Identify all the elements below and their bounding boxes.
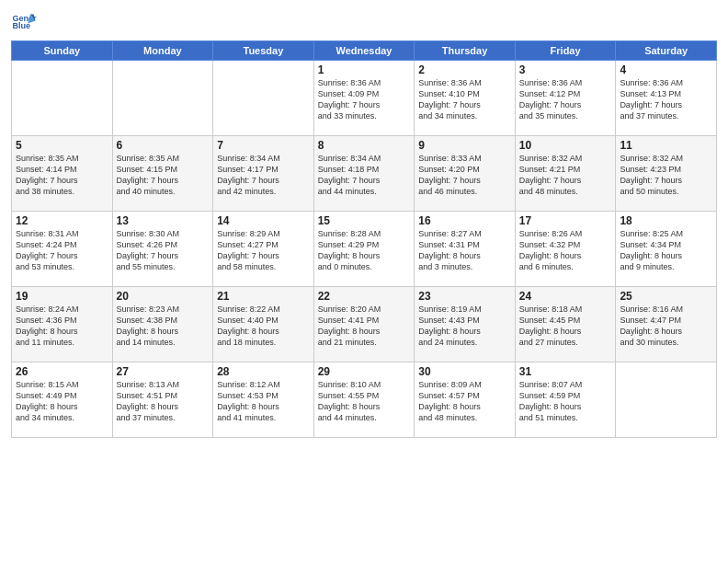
logo: General Blue [11,9,39,35]
day-cell-12: 12Sunrise: 8:31 AM Sunset: 4:24 PM Dayli… [12,212,113,287]
day-info: Sunrise: 8:15 AM Sunset: 4:49 PM Dayligh… [16,379,108,424]
day-cell-13: 13Sunrise: 8:30 AM Sunset: 4:26 PM Dayli… [112,212,213,287]
day-cell-21: 21Sunrise: 8:22 AM Sunset: 4:40 PM Dayli… [213,287,314,362]
day-cell-1: 1Sunrise: 8:36 AM Sunset: 4:09 PM Daylig… [313,61,415,136]
weekday-header-saturday: Saturday [616,41,717,61]
empty-cell [213,61,314,136]
empty-cell [12,61,113,136]
day-info: Sunrise: 8:20 AM Sunset: 4:41 PM Dayligh… [318,304,411,349]
day-info: Sunrise: 8:34 AM Sunset: 4:18 PM Dayligh… [318,153,411,198]
day-cell-16: 16Sunrise: 8:27 AM Sunset: 4:31 PM Dayli… [415,212,516,287]
day-info: Sunrise: 8:26 AM Sunset: 4:32 PM Dayligh… [519,228,612,273]
day-number: 21 [217,290,310,303]
day-number: 27 [117,365,210,378]
day-number: 31 [519,365,612,378]
weekday-header-friday: Friday [515,41,616,61]
empty-cell [616,362,717,438]
day-info: Sunrise: 8:32 AM Sunset: 4:21 PM Dayligh… [519,153,612,198]
day-info: Sunrise: 8:33 AM Sunset: 4:20 PM Dayligh… [418,153,511,198]
weekday-header-monday: Monday [112,41,213,61]
header: General Blue [11,9,717,35]
day-info: Sunrise: 8:13 AM Sunset: 4:51 PM Dayligh… [117,379,210,424]
day-number: 20 [117,290,210,303]
weekday-header-tuesday: Tuesday [213,41,314,61]
day-info: Sunrise: 8:29 AM Sunset: 4:27 PM Dayligh… [217,228,310,273]
day-info: Sunrise: 8:36 AM Sunset: 4:10 PM Dayligh… [418,77,511,122]
day-info: Sunrise: 8:23 AM Sunset: 4:38 PM Dayligh… [117,304,210,349]
day-number: 8 [318,139,411,152]
day-cell-5: 5Sunrise: 8:35 AM Sunset: 4:14 PM Daylig… [12,136,113,212]
day-cell-2: 2Sunrise: 8:36 AM Sunset: 4:10 PM Daylig… [415,61,516,136]
day-number: 29 [318,365,411,378]
day-number: 18 [620,214,712,227]
day-number: 15 [318,214,411,227]
day-info: Sunrise: 8:30 AM Sunset: 4:26 PM Dayligh… [117,228,210,273]
day-number: 2 [418,63,511,76]
day-cell-28: 28Sunrise: 8:12 AM Sunset: 4:53 PM Dayli… [213,362,314,438]
day-cell-15: 15Sunrise: 8:28 AM Sunset: 4:29 PM Dayli… [313,212,415,287]
day-cell-4: 4Sunrise: 8:36 AM Sunset: 4:13 PM Daylig… [616,61,717,136]
week-row-3: 12Sunrise: 8:31 AM Sunset: 4:24 PM Dayli… [12,212,717,287]
day-cell-29: 29Sunrise: 8:10 AM Sunset: 4:55 PM Dayli… [313,362,415,438]
day-number: 6 [117,139,210,152]
day-number: 12 [16,214,108,227]
day-cell-27: 27Sunrise: 8:13 AM Sunset: 4:51 PM Dayli… [112,362,213,438]
day-info: Sunrise: 8:19 AM Sunset: 4:43 PM Dayligh… [418,304,511,349]
day-info: Sunrise: 8:18 AM Sunset: 4:45 PM Dayligh… [519,304,612,349]
day-number: 14 [217,214,310,227]
day-number: 30 [418,365,511,378]
day-cell-31: 31Sunrise: 8:07 AM Sunset: 4:59 PM Dayli… [515,362,616,438]
day-cell-9: 9Sunrise: 8:33 AM Sunset: 4:20 PM Daylig… [415,136,516,212]
day-number: 25 [620,290,712,303]
day-number: 10 [519,139,612,152]
day-number: 7 [217,139,310,152]
day-info: Sunrise: 8:35 AM Sunset: 4:15 PM Dayligh… [117,153,210,198]
day-info: Sunrise: 8:36 AM Sunset: 4:13 PM Dayligh… [620,77,712,122]
day-cell-22: 22Sunrise: 8:20 AM Sunset: 4:41 PM Dayli… [313,287,415,362]
day-cell-11: 11Sunrise: 8:32 AM Sunset: 4:23 PM Dayli… [616,136,717,212]
day-info: Sunrise: 8:36 AM Sunset: 4:09 PM Dayligh… [318,77,411,122]
weekday-header-thursday: Thursday [415,41,516,61]
day-number: 26 [16,365,108,378]
day-number: 5 [16,139,108,152]
day-number: 24 [519,290,612,303]
day-number: 28 [217,365,310,378]
day-info: Sunrise: 8:32 AM Sunset: 4:23 PM Dayligh… [620,153,712,198]
day-info: Sunrise: 8:27 AM Sunset: 4:31 PM Dayligh… [418,228,511,273]
weekday-header-row: SundayMondayTuesdayWednesdayThursdayFrid… [12,41,717,61]
day-number: 13 [117,214,210,227]
day-info: Sunrise: 8:31 AM Sunset: 4:24 PM Dayligh… [16,228,108,273]
day-cell-23: 23Sunrise: 8:19 AM Sunset: 4:43 PM Dayli… [415,287,516,362]
day-info: Sunrise: 8:24 AM Sunset: 4:36 PM Dayligh… [16,304,108,349]
day-cell-6: 6Sunrise: 8:35 AM Sunset: 4:15 PM Daylig… [112,136,213,212]
day-number: 1 [318,63,411,76]
day-info: Sunrise: 8:25 AM Sunset: 4:34 PM Dayligh… [620,228,712,273]
day-info: Sunrise: 8:09 AM Sunset: 4:57 PM Dayligh… [418,379,511,424]
day-info: Sunrise: 8:16 AM Sunset: 4:47 PM Dayligh… [620,304,712,349]
day-number: 4 [620,63,712,76]
day-number: 17 [519,214,612,227]
day-number: 11 [620,139,712,152]
day-number: 16 [418,214,511,227]
day-cell-18: 18Sunrise: 8:25 AM Sunset: 4:34 PM Dayli… [616,212,717,287]
day-cell-25: 25Sunrise: 8:16 AM Sunset: 4:47 PM Dayli… [616,287,717,362]
svg-text:Blue: Blue [12,21,30,30]
calendar-table: SundayMondayTuesdayWednesdayThursdayFrid… [11,40,717,438]
day-cell-26: 26Sunrise: 8:15 AM Sunset: 4:49 PM Dayli… [12,362,113,438]
day-number: 22 [318,290,411,303]
day-cell-30: 30Sunrise: 8:09 AM Sunset: 4:57 PM Dayli… [415,362,516,438]
day-number: 23 [418,290,511,303]
day-cell-24: 24Sunrise: 8:18 AM Sunset: 4:45 PM Dayli… [515,287,616,362]
day-cell-19: 19Sunrise: 8:24 AM Sunset: 4:36 PM Dayli… [12,287,113,362]
weekday-header-sunday: Sunday [12,41,113,61]
day-info: Sunrise: 8:10 AM Sunset: 4:55 PM Dayligh… [318,379,411,424]
day-cell-8: 8Sunrise: 8:34 AM Sunset: 4:18 PM Daylig… [313,136,415,212]
page: General Blue SundayMondayTuesdayWednesda… [0,0,728,563]
day-cell-20: 20Sunrise: 8:23 AM Sunset: 4:38 PM Dayli… [112,287,213,362]
day-number: 19 [16,290,108,303]
week-row-5: 26Sunrise: 8:15 AM Sunset: 4:49 PM Dayli… [12,362,717,438]
day-info: Sunrise: 8:07 AM Sunset: 4:59 PM Dayligh… [519,379,612,424]
day-info: Sunrise: 8:28 AM Sunset: 4:29 PM Dayligh… [318,228,411,273]
day-number: 3 [519,63,612,76]
day-info: Sunrise: 8:35 AM Sunset: 4:14 PM Dayligh… [16,153,108,198]
